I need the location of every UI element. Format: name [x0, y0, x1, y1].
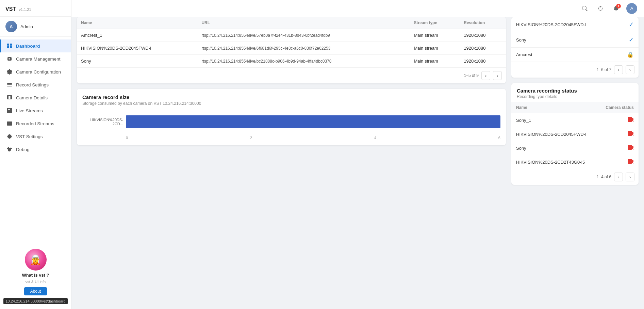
list-item: Amcrest 🔒: [511, 48, 639, 62]
sidebar-item-dashboard[interactable]: Dashboard: [0, 39, 71, 52]
chart-header: Camera record size Storage consumed by e…: [77, 89, 506, 109]
cell-stream: Main stream: [410, 55, 460, 68]
cell-status: [598, 113, 639, 127]
rec-pagination-prev[interactable]: ‹: [614, 173, 623, 181]
sidebar-username: Admin: [20, 24, 33, 29]
recording-status-title: Camera recording status: [517, 88, 633, 94]
center-panel: Name URL Stream type Resolution Amcrest_…: [71, 17, 511, 309]
col-header-resolution: Resolution: [460, 17, 506, 29]
cell-name: Sony: [511, 32, 617, 48]
cell-status: ✓: [617, 32, 639, 48]
search-button[interactable]: [579, 3, 590, 14]
sidebar-item-camera-configuration[interactable]: Camera Configuration: [0, 65, 71, 78]
list-item: HIKVISION%20DS-2CD2045FWD-I: [511, 127, 639, 141]
sidebar-item-recorded-streams[interactable]: Recorded Streams: [0, 117, 71, 130]
sidebar-item-label: Debug: [16, 147, 30, 152]
recording-status-subtitle: Recording type details: [517, 94, 633, 99]
user-avatar[interactable]: A: [626, 3, 637, 14]
cell-url: rtsp://10.24.216.214:8554/live/57eb0a7f-…: [197, 29, 410, 42]
cell-name: Sony: [511, 141, 598, 155]
pagination-range: 1–5 of 9: [464, 73, 479, 78]
refresh-button[interactable]: [595, 3, 606, 14]
bar-chart: HIKVISION%20DS-2CD...: [82, 112, 500, 134]
sidebar-item-vst-settings[interactable]: VST Settings: [0, 130, 71, 143]
footer-title: What is vst ?: [22, 273, 49, 278]
cell-url: rtsp://10.24.216.214:8554/live/6f681d6f-…: [197, 42, 410, 55]
no-video-icon: [628, 159, 634, 165]
camera-details-icon: [6, 95, 13, 101]
sidebar-item-camera-details[interactable]: Camera Details: [0, 91, 71, 104]
notification-button[interactable]: 1: [611, 3, 622, 14]
status-check-icon: ✓: [629, 36, 634, 43]
sidebar-item-label: Dashboard: [16, 44, 40, 49]
col-header-stream: Stream type: [410, 17, 460, 29]
live-pagination-prev[interactable]: ‹: [614, 65, 623, 74]
rec-pagination-next[interactable]: ›: [626, 173, 634, 181]
topbar: 1 A: [71, 0, 644, 17]
cell-resolution: 1920x1080: [460, 29, 506, 42]
sidebar-item-label: Camera Details: [16, 95, 48, 100]
sidebar-item-debug[interactable]: Debug: [0, 143, 71, 156]
svg-rect-1: [10, 44, 12, 46]
svg-rect-7: [7, 112, 12, 113]
recorded-streams-icon: [6, 120, 13, 127]
cell-name: HIKVISION%20DS-2CD2045FWD-I: [511, 17, 617, 32]
sidebar-footer: 🧝 What is vst ? vst & UI info About 10.2…: [0, 244, 71, 309]
x-axis-label: 0: [126, 136, 128, 140]
recording-status-header: Camera recording status Recording type d…: [511, 83, 639, 102]
camera-configuration-icon: [6, 69, 13, 75]
notification-badge: 1: [616, 4, 621, 9]
cell-stream: Main stream: [410, 42, 460, 55]
sidebar-nav: Dashboard Camera Management Camera Confi…: [0, 37, 71, 244]
vst-settings-icon: [6, 133, 13, 140]
col-header-url: URL: [197, 17, 410, 29]
chart-title: Camera record size: [82, 94, 500, 100]
recording-status-table: Name Camera status Sony_1 HIKVISION%20DS…: [511, 102, 639, 169]
pagination-prev[interactable]: ‹: [481, 71, 490, 80]
cell-status: ✓: [617, 17, 639, 32]
sidebar-item-label: Recorded Streams: [16, 121, 54, 126]
app-version: v1.1.21: [19, 7, 31, 12]
sidebar-item-label: Live Streams: [16, 108, 43, 113]
cell-name: Amcrest_1: [77, 29, 197, 42]
sidebar-user[interactable]: A Admin: [0, 17, 71, 37]
cell-resolution: 1920x1080: [460, 42, 506, 55]
record-settings-icon: [6, 82, 13, 88]
live-status-card: HIKVISION%20DS-2CD2045FWD-I ✓ Sony ✓ Amc…: [511, 17, 639, 78]
sidebar-item-camera-management[interactable]: Camera Management: [0, 52, 71, 65]
avatar: A: [5, 21, 17, 32]
cell-name: Sony: [77, 55, 197, 68]
no-video-icon: [628, 117, 634, 123]
chart-card: Camera record size Storage consumed by e…: [77, 89, 506, 145]
content-area: Name URL Stream type Resolution Amcrest_…: [71, 17, 644, 309]
col-header-name: Name: [77, 17, 197, 29]
sidebar-item-record-settings[interactable]: Record Settings: [0, 78, 71, 91]
pagination-range: 1–6 of 7: [597, 67, 611, 72]
pagination-next[interactable]: ›: [493, 71, 502, 80]
live-pagination-next[interactable]: ›: [626, 65, 634, 74]
rec-col-name: Name: [511, 102, 598, 113]
sidebar-item-live-streams[interactable]: Live Streams: [0, 104, 71, 117]
recording-status-card: Camera recording status Recording type d…: [511, 83, 639, 185]
svg-rect-3: [10, 46, 12, 48]
about-button[interactable]: About: [24, 287, 47, 295]
right-panel: HIKVISION%20DS-2CD2045FWD-I ✓ Sony ✓ Amc…: [511, 17, 644, 309]
no-video-icon: [628, 131, 634, 137]
sidebar: VST v1.1.21 A Admin Dashboard Camera Man…: [0, 0, 71, 309]
sidebar-item-label: VST Settings: [16, 134, 43, 139]
x-axis: 0246: [82, 134, 500, 140]
chart-subtitle: Storage consumed by each camera on VST 1…: [82, 101, 500, 106]
cell-name: HIKVISION%20DS-2CD2045FWD-I: [511, 127, 598, 141]
list-item: HIKVISION%20DS-2CD2045FWD-I ✓: [511, 17, 639, 32]
app-title: VST: [5, 6, 16, 12]
cell-name: Amcrest: [511, 48, 617, 62]
x-axis-label: 4: [374, 136, 376, 140]
cell-status: [598, 155, 639, 169]
pagination-range: 1–4 of 6: [597, 175, 611, 179]
bar-label: HIKVISION%20DS-2CD...: [82, 118, 123, 126]
camera-list-card: Name URL Stream type Resolution Amcrest_…: [77, 17, 506, 83]
bar-outer: [126, 115, 500, 128]
cell-url: rtsp://10.24.216.214:8554/live/bc21888c-…: [197, 55, 410, 68]
live-status-table: HIKVISION%20DS-2CD2045FWD-I ✓ Sony ✓ Amc…: [511, 17, 639, 62]
table-row: HIKVISION%20DS-2CD2045FWD-I rtsp://10.24…: [77, 42, 506, 55]
